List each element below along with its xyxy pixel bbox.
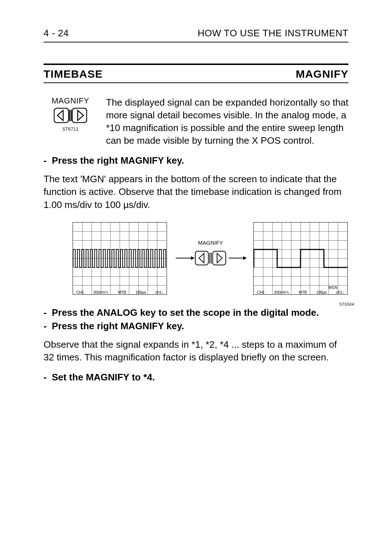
svg-marker-1	[57, 110, 63, 121]
bullet-icon: -	[44, 155, 47, 166]
scope-readout-after: CH1 200mV∿ MTB 100µs ch1↓	[257, 290, 344, 295]
readout-ch: CH1	[76, 290, 84, 295]
section-right-title: MAGNIFY	[296, 68, 348, 80]
mgn-indicator: MGN	[328, 286, 338, 290]
readout-mtb: MTB	[118, 290, 126, 295]
step-text: Press the right MAGNIFY key.	[52, 321, 184, 332]
section-title-bar: TIMEBASE MAGNIFY	[44, 64, 348, 83]
svg-marker-23	[191, 256, 195, 260]
bullet-icon: -	[44, 307, 47, 318]
intro-row: MAGNIFY ST6711 The displayed signal can …	[44, 96, 348, 147]
step-text: Press the right MAGNIFY key.	[52, 155, 184, 166]
scope-grid-before	[73, 222, 167, 295]
after-step-1-paragraph: The text 'MGN' appears in the bottom of …	[44, 173, 348, 211]
svg-rect-4	[72, 108, 87, 123]
magnify-transition-icon: MAGNIFY	[174, 238, 247, 278]
bullet-icon: -	[44, 321, 47, 332]
scope-readout-before: CH1 200mV∿ MTB 100µs ch1↓	[76, 290, 163, 295]
bullet-icon: -	[44, 372, 47, 383]
svg-marker-29	[217, 253, 222, 263]
running-header: 4 - 24 HOW TO USE THE INSTRUMENT	[44, 28, 348, 42]
readout-ch: CH1	[257, 290, 265, 295]
mid-label: MAGNIFY	[198, 240, 223, 246]
magnify-key-figure: MAGNIFY ST6711	[44, 96, 97, 147]
section-left-title: TIMEBASE	[44, 68, 103, 80]
scope-panel-after: MGN CH1 200mV∿ MTB 100µs ch1↓ ST6504	[253, 222, 348, 296]
svg-rect-24	[195, 251, 208, 265]
scope-figure: CH1 200mV∿ MTB 100µs ch1↓ MAGNIFY	[44, 222, 348, 296]
svg-rect-28	[213, 251, 226, 265]
magnify-key-figure-ref: ST6711	[44, 127, 97, 132]
step-text: Press the ANALOG key to set the scope in…	[52, 307, 319, 318]
step-item: - Press the right MAGNIFY key.	[44, 155, 348, 166]
readout-vdiv: 200mV∿	[93, 290, 109, 295]
intro-paragraph: The displayed signal can be expanded hor…	[106, 96, 348, 147]
step-text: Set the MAGNIFY to *4.	[52, 372, 155, 383]
step-list-2: - Press the ANALOG key to set the scope …	[44, 307, 348, 332]
readout-tdiv: 100µs	[135, 290, 146, 295]
step-list-3: - Set the MAGNIFY to *4.	[44, 372, 348, 383]
svg-marker-25	[199, 253, 204, 263]
readout-vdiv: 200mV∿	[274, 290, 289, 295]
svg-marker-5	[78, 110, 83, 121]
magnify-key-label: MAGNIFY	[44, 96, 97, 106]
step-item: - Set the MAGNIFY to *4.	[44, 372, 348, 383]
svg-rect-0	[54, 108, 69, 123]
after-step-2-paragraph: Observe that the signal expands in *1, *…	[44, 338, 348, 364]
scope-figure-ref: ST6504	[339, 302, 354, 306]
readout-tdiv: 100µs	[316, 290, 327, 295]
scope-grid-after	[253, 222, 348, 295]
scope-magnify-midblock: MAGNIFY	[174, 238, 247, 280]
readout-extra: ch1↓	[155, 290, 163, 295]
step-item: - Press the ANALOG key to set the scope …	[44, 307, 348, 318]
readout-mtb: MTB	[299, 290, 307, 295]
page-number: 4 - 24	[44, 28, 69, 39]
step-item: - Press the right MAGNIFY key.	[44, 321, 348, 332]
magnify-key-icon	[54, 108, 87, 123]
chapter-title: HOW TO USE THE INSTRUMENT	[197, 28, 348, 39]
manual-page: 4 - 24 HOW TO USE THE INSTRUMENT TIMEBAS…	[0, 0, 392, 555]
step-list-1: - Press the right MAGNIFY key.	[44, 155, 348, 166]
readout-extra: ch1↓	[336, 290, 344, 295]
svg-marker-31	[243, 256, 247, 260]
scope-panel-before: CH1 200mV∿ MTB 100µs ch1↓	[73, 222, 168, 296]
